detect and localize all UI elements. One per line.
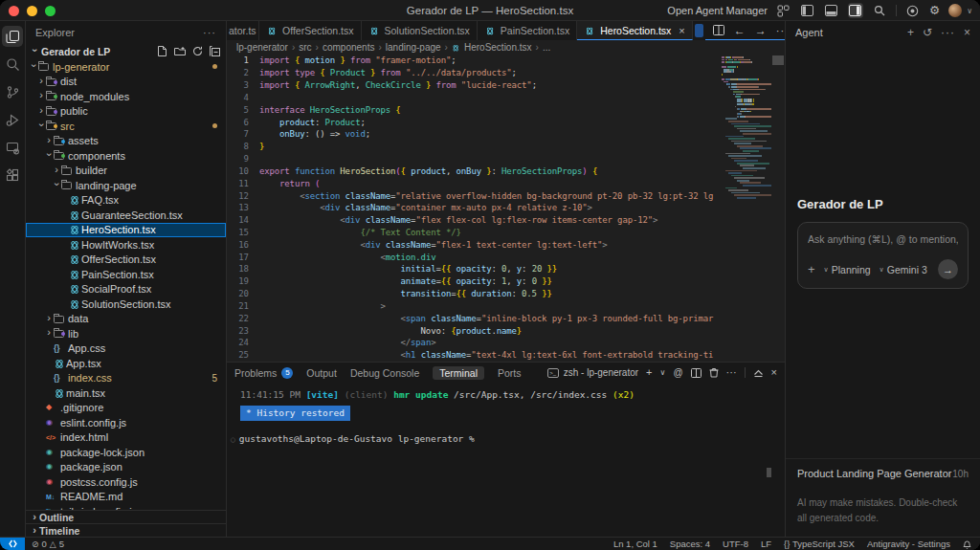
- model-selector[interactable]: ∨Gemini 3 Pro (...: [880, 264, 929, 275]
- terminal-output[interactable]: 11:41:15 PM [vite] (client) hmr update /…: [227, 383, 785, 537]
- notifications-bell-icon[interactable]: [963, 539, 971, 549]
- status-item-lf[interactable]: LF: [761, 539, 771, 549]
- breadcrumb-item[interactable]: components: [323, 42, 374, 53]
- tree-item-dist[interactable]: ›dist: [26, 75, 226, 90]
- remote-indicator[interactable]: [0, 538, 25, 550]
- timeline-section[interactable]: › Timeline: [26, 523, 226, 537]
- tree-item-lib[interactable]: ›lib: [26, 326, 226, 341]
- agent-task-row[interactable]: Product Landing Page Generator 10h: [797, 468, 969, 479]
- tree-item-assets[interactable]: ›assets: [26, 134, 226, 149]
- terminal-scrollbar[interactable]: [767, 468, 771, 477]
- tree-item-builder[interactable]: ›builder: [26, 164, 226, 179]
- editor-tab-PainSection.tsx[interactable]: PainSection.tsx: [478, 21, 577, 40]
- tree-item-FAQ.tsx[interactable]: FAQ.tsx: [26, 193, 226, 209]
- split-terminal-icon[interactable]: [691, 368, 702, 378]
- terminal-at-icon[interactable]: @: [673, 368, 682, 378]
- tree-item-App.tsx[interactable]: App.tsx: [26, 356, 226, 371]
- outline-section[interactable]: › Outline: [26, 510, 226, 523]
- extensions-icon[interactable]: [2, 165, 23, 186]
- agent-input-card[interactable]: Ask anything (⌘L), @ to mention, / for w…: [797, 222, 969, 289]
- tree-item-OfferSection.tsx[interactable]: OfferSection.tsx: [26, 253, 226, 268]
- navigate-forward-icon[interactable]: →: [755, 25, 767, 36]
- tree-item-HowItWorks.tsx[interactable]: HowItWorks.tsx: [26, 237, 226, 253]
- remote-explorer-icon[interactable]: [2, 137, 23, 158]
- breadcrumb-item[interactable]: lp-generator: [236, 42, 288, 53]
- panel-tab-Terminal[interactable]: Terminal: [433, 366, 484, 380]
- toggle-right-panel-icon[interactable]: [848, 3, 863, 18]
- tree-item-components[interactable]: ›components: [26, 148, 226, 164]
- navigate-back-icon[interactable]: ←: [734, 25, 746, 36]
- explorer-icon[interactable]: [2, 26, 23, 47]
- tree-item-README.md[interactable]: M↓README.md: [26, 490, 226, 505]
- settings-gear-icon[interactable]: ⚙: [929, 5, 940, 17]
- tree-item-eslint.config.js[interactable]: ◉eslint.config.js: [26, 415, 226, 430]
- status-item--typescript-jsx[interactable]: {} TypeScript JSX: [784, 539, 855, 549]
- editor-tab-SolutionSection.tsx[interactable]: SolutionSection.tsx: [362, 21, 478, 40]
- new-folder-icon[interactable]: [174, 46, 186, 56]
- tree-item-SocialProof.tsx[interactable]: SocialProof.tsx: [26, 282, 226, 297]
- tree-item-data[interactable]: ›data: [26, 312, 226, 327]
- source-control-icon[interactable]: [2, 81, 23, 102]
- refresh-icon[interactable]: [192, 46, 203, 56]
- tree-item-GuaranteeSection.tsx[interactable]: GuaranteeSection.tsx: [26, 208, 226, 223]
- tree-item-node_modules[interactable]: ›node_modules: [26, 89, 226, 104]
- panel-tab-Debug Console[interactable]: Debug Console: [350, 367, 419, 379]
- status-item-utf-8[interactable]: UTF-8: [723, 539, 748, 549]
- breadcrumb-item[interactable]: landing-page: [386, 42, 441, 53]
- close-panel-icon[interactable]: ×: [771, 367, 777, 378]
- new-file-icon[interactable]: [157, 46, 167, 56]
- editor-tab-OfferSection.tsx[interactable]: OfferSection.tsx: [259, 21, 362, 40]
- panel-tab-Output[interactable]: Output: [306, 367, 337, 379]
- kill-terminal-icon[interactable]: [709, 367, 719, 378]
- breadcrumb-item[interactable]: ...: [543, 42, 550, 53]
- record-circle-icon[interactable]: [905, 3, 921, 18]
- tree-item-App.css[interactable]: {}App.css: [26, 341, 226, 357]
- new-chat-icon[interactable]: +: [907, 26, 914, 39]
- open-agent-manager-button[interactable]: Open Agent Manager: [667, 5, 768, 16]
- panel-tab-Problems[interactable]: Problems5: [234, 367, 293, 379]
- minimap[interactable]: [722, 56, 771, 362]
- tree-item-HeroSection.tsx[interactable]: HeroSection.tsx: [26, 223, 226, 238]
- run-debug-icon[interactable]: [2, 109, 23, 130]
- tree-item-main.tsx[interactable]: main.tsx: [26, 385, 226, 401]
- code-editor[interactable]: 1import { motion } from "framer-motion";…: [227, 55, 785, 362]
- breadcrumb-item[interactable]: src: [299, 42, 311, 53]
- search-sidebar-icon[interactable]: [2, 54, 23, 75]
- tree-item-landing-page[interactable]: ›landing-page: [26, 178, 226, 193]
- editor-tab-HeroSection.tsx[interactable]: HeroSection.tsx×: [577, 21, 693, 40]
- tree-item-src[interactable]: ›src: [26, 119, 226, 134]
- user-avatar[interactable]: [948, 4, 962, 17]
- tree-item-tailwind.config.js[interactable]: ≈tailwind.config.js: [26, 504, 226, 510]
- tree-item-lp-generator[interactable]: ›lp-generator: [26, 59, 226, 75]
- terminal-dropdown-icon[interactable]: ∨: [660, 369, 666, 377]
- tree-item-PainSection.tsx[interactable]: PainSection.tsx: [26, 267, 226, 282]
- agent-more-icon[interactable]: ···: [941, 26, 955, 39]
- tree-item-.gitignore[interactable]: ◆.gitignore: [26, 401, 226, 416]
- agent-manager-icon[interactable]: [776, 3, 791, 18]
- close-agent-panel-icon[interactable]: ×: [964, 26, 970, 39]
- close-tab-icon[interactable]: ×: [679, 25, 684, 36]
- editor-scrollbar[interactable]: [771, 55, 785, 362]
- tree-item-postcss.config.js[interactable]: ◉postcss.config.js: [26, 474, 226, 490]
- collapse-all-icon[interactable]: [210, 46, 220, 56]
- new-terminal-icon[interactable]: +: [646, 367, 652, 378]
- editor-actions-more-icon[interactable]: ···: [776, 25, 785, 36]
- problems-status[interactable]: ⊘ 0 △ 5: [25, 539, 64, 549]
- tree-item-index.html[interactable]: </>index.html: [26, 430, 226, 446]
- panel-tab-Ports[interactable]: Ports: [498, 367, 522, 379]
- terminal-selector[interactable]: >_ zsh - lp-generator: [547, 367, 638, 378]
- send-button[interactable]: →: [938, 259, 958, 279]
- attach-icon[interactable]: +: [808, 262, 815, 276]
- workspace-section-header[interactable]: › Gerador de LP: [26, 43, 226, 59]
- search-icon[interactable]: [872, 3, 887, 18]
- toggle-left-panel-icon[interactable]: [800, 3, 815, 18]
- status-item-spaces-4[interactable]: Spaces: 4: [670, 539, 710, 549]
- account-chevron-icon[interactable]: ∨: [967, 7, 972, 15]
- split-editor-icon[interactable]: [713, 22, 724, 39]
- maximize-panel-icon[interactable]: [753, 368, 764, 378]
- editor-tab-ator.ts[interactable]: ator.ts: [227, 21, 259, 40]
- tree-item-package-lock.json[interactable]: ◉package-lock.json: [26, 445, 226, 460]
- tree-item-index.css[interactable]: {}index.css5: [26, 371, 226, 386]
- history-icon[interactable]: ↺: [923, 26, 932, 39]
- tree-item-SolutionSection.tsx[interactable]: SolutionSection.tsx: [26, 297, 226, 312]
